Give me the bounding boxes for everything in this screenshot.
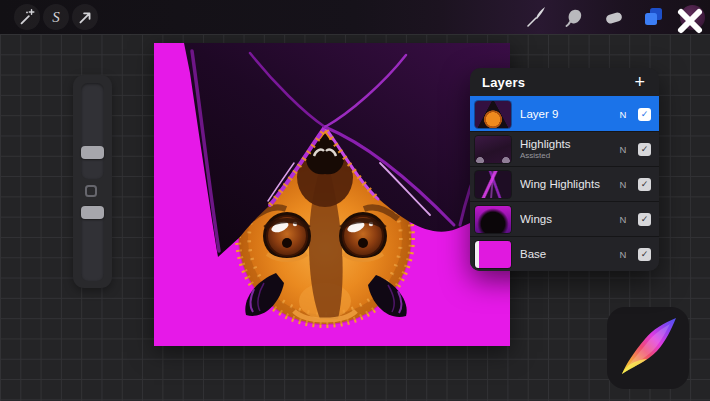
magic-wand-icon	[17, 7, 37, 27]
layer-row[interactable]: Layer 9 N	[470, 96, 659, 131]
add-layer-button[interactable]: +	[632, 73, 647, 91]
visibility-checkbox[interactable]	[638, 178, 651, 191]
blend-mode-button[interactable]: N	[617, 249, 629, 260]
brush-size-slider[interactable]	[81, 83, 104, 179]
blend-mode-button[interactable]: N	[617, 179, 629, 190]
procreate-logo	[607, 307, 689, 389]
layer-meta: Layer 9	[520, 108, 608, 120]
visibility-checkbox[interactable]	[638, 108, 651, 121]
selection-s-icon: S	[52, 10, 60, 25]
brush-button[interactable]	[523, 4, 549, 30]
left-tool-group: S	[14, 4, 98, 30]
layer-name: Wings	[520, 213, 608, 225]
procreate-logo-icon	[607, 307, 689, 389]
selection-button[interactable]: S	[43, 4, 69, 30]
blend-mode-button[interactable]: N	[617, 214, 629, 225]
layers-panel: Layers + Layer 9 N Highlights Assisted N	[470, 68, 659, 271]
layer-meta: Wing Highlights	[520, 178, 608, 190]
eraser-button[interactable]	[601, 4, 627, 30]
layer-name: Layer 9	[520, 108, 608, 120]
layer-thumbnail[interactable]	[475, 101, 511, 128]
transform-button[interactable]	[72, 4, 98, 30]
close-x-icon	[672, 3, 708, 39]
close-button[interactable]	[672, 3, 708, 39]
canvas[interactable]	[154, 43, 510, 346]
layers-button[interactable]	[640, 4, 666, 30]
layer-row[interactable]: Wing Highlights N	[470, 166, 659, 201]
layer-meta: Wings	[520, 213, 608, 225]
layer-name: Base	[520, 248, 608, 260]
layer-row[interactable]: Base N	[470, 236, 659, 271]
opacity-handle[interactable]	[81, 206, 104, 219]
brush-sidebar	[73, 75, 112, 288]
brush-size-handle[interactable]	[81, 146, 104, 159]
layer-meta: Base	[520, 248, 608, 260]
layer-subtitle: Assisted	[520, 151, 608, 160]
layer-name: Wing Highlights	[520, 178, 608, 190]
visibility-checkbox[interactable]	[638, 143, 651, 156]
smudge-button[interactable]	[562, 4, 588, 30]
layer-thumbnail[interactable]	[475, 136, 511, 163]
modify-button[interactable]	[85, 185, 97, 197]
visibility-checkbox[interactable]	[638, 213, 651, 226]
smudge-finger-icon	[563, 5, 587, 29]
layer-thumbnail[interactable]	[475, 206, 511, 233]
layer-thumbnail[interactable]	[475, 241, 511, 268]
layers-stack-icon	[641, 5, 665, 29]
adjustments-button[interactable]	[14, 4, 40, 30]
procreate-workspace: S	[0, 0, 710, 401]
layer-meta: Highlights Assisted	[520, 138, 608, 160]
layer-list: Layer 9 N Highlights Assisted N Wing Hig…	[470, 96, 659, 271]
visibility-checkbox[interactable]	[638, 248, 651, 261]
layer-row[interactable]: Wings N	[470, 201, 659, 236]
top-toolbar: S	[0, 0, 710, 34]
canvas-artwork	[154, 43, 510, 346]
layer-row[interactable]: Highlights Assisted N	[470, 131, 659, 166]
blend-mode-button[interactable]: N	[617, 144, 629, 155]
transform-arrow-icon	[75, 7, 95, 27]
eraser-icon	[602, 5, 626, 29]
blend-mode-button[interactable]: N	[617, 109, 629, 120]
layers-panel-header: Layers +	[470, 68, 659, 96]
layer-thumbnail[interactable]	[475, 171, 511, 198]
layers-panel-title: Layers	[482, 75, 525, 90]
layer-name: Highlights	[520, 138, 608, 150]
paintbrush-icon	[524, 5, 548, 29]
